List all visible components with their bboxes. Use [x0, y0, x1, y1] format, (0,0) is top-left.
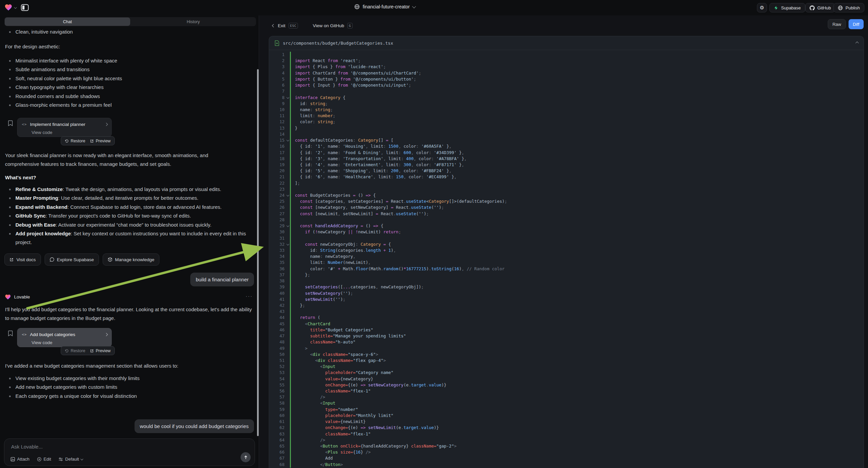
- line-number: 52: [269, 363, 290, 370]
- restore-icon: [65, 139, 69, 143]
- line-number: 56: [269, 388, 290, 394]
- fold-chevron-icon[interactable]: [286, 96, 289, 98]
- chevron-right-icon: [105, 333, 108, 337]
- project-name: financial-future-creator: [363, 4, 410, 9]
- version-card-add-budget-categories[interactable]: <> Add budget categories View code: [17, 328, 112, 347]
- globe-icon: [354, 4, 360, 9]
- view-code-link[interactable]: View code: [18, 340, 112, 345]
- restore-button[interactable]: Restore: [65, 349, 85, 353]
- code-panel-header: Exit ESC View on GitHub G Raw Diff: [259, 16, 868, 36]
- view-on-github-button[interactable]: View on GitHub G: [313, 23, 353, 29]
- preview-button[interactable]: Preview: [90, 139, 111, 143]
- external-link-icon: [90, 349, 94, 353]
- code-line: 66 <Plus size={16} />: [269, 449, 864, 455]
- fold-chevron-icon[interactable]: [286, 243, 289, 245]
- chevron-right-icon: [105, 123, 108, 126]
- fold-chevron-icon[interactable]: [286, 194, 289, 196]
- code-line: 21 { id: '6', name: 'Healthcare', limit:…: [269, 174, 864, 180]
- chevron-left-icon: [272, 24, 276, 28]
- raw-toggle-button[interactable]: Raw: [828, 19, 846, 29]
- code-line: 15const defaultCategories: Category[] = …: [269, 137, 864, 143]
- sidebar-toggle-icon[interactable]: [21, 4, 29, 11]
- restore-icon: [65, 349, 69, 353]
- exit-label: Exit: [278, 23, 285, 28]
- preview-button[interactable]: Preview: [90, 349, 111, 353]
- line-number: 41: [269, 296, 290, 302]
- code-line: 29 const handleAddCategory = () => {: [269, 223, 864, 229]
- fold-chevron-icon[interactable]: [286, 224, 289, 227]
- code-line: 4import ChartCard from '@/components/ui/…: [269, 70, 864, 76]
- code-line: 60 placeholder="Monthly limit": [269, 413, 864, 419]
- list-item: Soft, neutral color palette with light b…: [5, 74, 250, 83]
- code-line: 20 { id: '5', name: 'Shopping', limit: 2…: [269, 168, 864, 174]
- manage-knowledge-button[interactable]: Manage knowledge: [103, 254, 159, 266]
- collapse-chevron-icon[interactable]: [856, 41, 859, 45]
- bookmark-icon[interactable]: [8, 120, 13, 126]
- explore-supabase-button[interactable]: Explore Supabase: [44, 254, 99, 266]
- supabase-icon: [774, 5, 778, 10]
- line-number: 50: [269, 351, 290, 357]
- attach-button[interactable]: Attach: [10, 457, 30, 462]
- chat-input[interactable]: [10, 443, 213, 450]
- code-line: 18 { id: '3', name: 'Transportation', li…: [269, 156, 864, 162]
- version-card-implement-financial-planner[interactable]: <> Implement financial planner View code: [17, 118, 112, 137]
- code-line: 13}: [269, 125, 864, 131]
- code-line: 50 <div className="space-y-6">: [269, 351, 864, 357]
- code-line: 57 />: [269, 394, 864, 400]
- line-number: 54: [269, 376, 290, 382]
- code-line: 30 if (!newCategory || !newLimit) return…: [269, 229, 864, 235]
- list-item: Minimalist interface with plenty of whit…: [5, 56, 250, 65]
- code-line: 55 onChange={(e) => setNewCategory(e.tar…: [269, 382, 864, 388]
- tab-chat[interactable]: Chat: [5, 18, 130, 26]
- project-chevron-icon: [412, 4, 416, 8]
- workspace-chevron-icon[interactable]: [14, 6, 17, 9]
- diff-toggle-button[interactable]: Diff: [848, 19, 864, 29]
- line-number: 46: [269, 327, 290, 333]
- bookmark-icon[interactable]: [8, 330, 13, 337]
- edit-mode-button[interactable]: Edit: [37, 457, 51, 462]
- publish-button[interactable]: Publish: [833, 3, 864, 12]
- line-number: 42: [269, 302, 290, 309]
- target-icon: [37, 457, 41, 462]
- model-selector[interactable]: Default: [58, 457, 83, 462]
- tab-history[interactable]: History: [130, 17, 256, 26]
- code-line: 28: [269, 217, 864, 223]
- view-code-link[interactable]: View code: [18, 129, 112, 135]
- code-line: 68 </Button>: [269, 462, 864, 468]
- code-line: 16 { id: '1', name: 'Housing', limit: 15…: [269, 143, 864, 149]
- list-item: Glass-morphic elements for a premium fee…: [5, 101, 250, 110]
- code-editor: 12import React from 'react';3import { Pl…: [269, 50, 864, 468]
- code-line: 65 <Button onClick={handleAddCategory} c…: [269, 443, 864, 449]
- file-header[interactable]: src/components/budget/BudgetCategories.t…: [269, 36, 864, 50]
- code-line: 45 <ChartCard: [269, 321, 864, 327]
- send-button[interactable]: [241, 452, 251, 462]
- line-number: 24: [269, 193, 290, 198]
- code-line: 36 color: '#' + Math.floor(Math.random()…: [269, 266, 864, 272]
- code-line: 53 placeholder="Category name": [269, 370, 864, 376]
- visit-docs-button[interactable]: Visit docs: [4, 254, 41, 266]
- lovable-logo-icon[interactable]: [4, 3, 12, 11]
- fold-chevron-icon[interactable]: [286, 139, 289, 141]
- project-selector[interactable]: financial-future-creator: [354, 4, 415, 9]
- code-line: 25 const [categories, setCategories] = R…: [269, 198, 864, 204]
- g-shortcut-badge: G: [347, 23, 353, 29]
- restore-button[interactable]: Restore: [65, 139, 85, 143]
- code-line: 23: [269, 186, 864, 193]
- line-number: 22: [269, 180, 290, 186]
- settings-button[interactable]: ⚙: [757, 3, 767, 12]
- action-button-row: Visit docs Explore Supabase Manage knowl…: [4, 254, 159, 266]
- code-line: 34 name: newCategory,: [269, 254, 864, 260]
- code-line: 6import { Input } from '@/components/ui/…: [269, 82, 864, 88]
- supabase-button[interactable]: Supabase: [769, 3, 805, 12]
- line-number: 20: [269, 168, 290, 174]
- line-number: 23: [269, 186, 290, 193]
- line-number: 26: [269, 204, 290, 210]
- line-number: 9: [269, 101, 290, 107]
- code-line: 31: [269, 235, 864, 241]
- github-button[interactable]: GitHub: [805, 3, 835, 12]
- code-line: 62 onChange={(e) => setNewLimit(e.target…: [269, 425, 864, 431]
- line-number: 15: [269, 137, 290, 143]
- supabase-label: Supabase: [781, 5, 801, 10]
- message-menu-button[interactable]: ···: [246, 293, 253, 299]
- exit-button[interactable]: Exit ESC: [273, 23, 298, 29]
